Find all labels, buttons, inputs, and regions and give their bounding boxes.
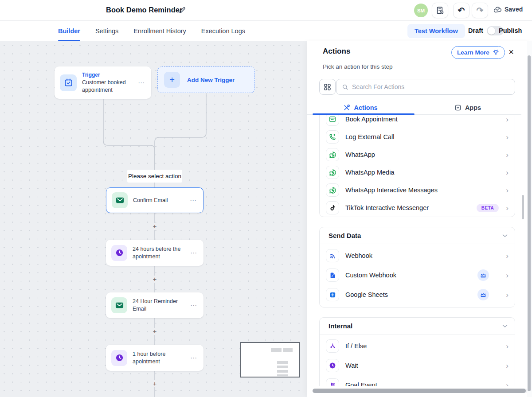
action-row-custom-webhook[interactable]: Custom Webhook › [320,265,515,285]
internal-section-header[interactable]: Internal [320,318,515,335]
chevron-right-icon: › [499,272,509,279]
chevron-right-icon: › [499,362,509,370]
trigger-kicker: Trigger [82,71,136,78]
add-step-button[interactable]: + [151,380,158,387]
action-row-tiktok-interactive-messenger[interactable]: TikTok Interactive Messenger BETA › [320,199,515,217]
premium-crown-icon [477,289,489,300]
workflow-canvas[interactable]: Trigger Customer booked appointment ⋯ + … [0,41,307,397]
add-step-button[interactable]: + [151,223,158,230]
revision-history-button[interactable] [432,3,448,18]
browse-categories-button[interactable] [319,79,336,95]
chevron-right-icon: › [499,169,509,176]
avatar[interactable]: SM [414,4,428,17]
add-step-button[interactable]: + [151,276,158,283]
add-step-button[interactable]: + [151,328,158,335]
select-action-hint: Please select action [127,170,182,183]
node-menu-icon[interactable]: ⋯ [188,354,199,362]
action-row-whatsapp-interactive[interactable]: WhatsApp Interactive Messages › [320,181,515,199]
draft-label: Draft [468,27,483,34]
minimap-node [277,366,288,368]
redo-icon: ↷ [477,5,484,16]
learn-more-button[interactable]: Learn More [451,46,505,59]
document-history-icon [436,6,444,15]
phone-plus-icon [326,130,339,144]
action-row-google-sheets[interactable]: Google Sheets › [320,285,515,304]
tab-actions[interactable]: Actions [307,101,414,114]
tab-apps[interactable]: Apps [414,101,521,114]
internal-card: Internal [319,317,515,386]
tab-enrollment-history[interactable]: Enrollment History [133,21,186,41]
undo-icon: ↶ [458,5,465,16]
send-data-section-header[interactable]: Send Data [320,227,515,244]
chevron-right-icon: › [499,187,509,194]
search-actions-box [336,79,515,95]
chevron-down-icon [502,324,508,328]
action-row-goal-event[interactable]: Goal Event › [320,375,515,386]
chevron-right-icon: › [499,291,509,299]
minimap-node [283,348,293,352]
actions-list: Book Appointment › Log External Call › [319,115,515,386]
action-node-label: 24 Hour Reminder Email [133,298,188,313]
email-icon [111,297,127,313]
panel-subtitle: Pick an action for this step [323,63,393,70]
tab-settings[interactable]: Settings [95,21,118,41]
action-node-wait-1h[interactable]: 1 hour before apointment ⋯ [106,345,203,371]
clock-icon [111,245,127,261]
close-panel-icon[interactable]: × [505,46,517,58]
edit-title-icon[interactable] [178,6,186,14]
canvas-minimap[interactable] [240,342,300,378]
tab-execution-logs[interactable]: Execution Logs [201,21,245,41]
toggle-knob [488,27,495,35]
send-data-card: Send Data [319,227,515,307]
action-row-wait[interactable]: Wait › [320,356,515,375]
undo-button[interactable]: ↶ [453,3,469,18]
action-row-whatsapp-media[interactable]: WhatsApp Media › [320,163,515,181]
save-status: Saved [493,6,523,13]
clock-icon [326,359,339,372]
whatsapp-icon [326,148,339,161]
vertical-scrollbar-thumb[interactable] [528,55,531,391]
action-node-confirm-email[interactable]: Confirm Email ⋯ [106,187,203,213]
node-menu-icon[interactable]: ⋯ [188,301,199,309]
trigger-node[interactable]: Trigger Customer booked appointment ⋯ [55,66,151,99]
tab-builder[interactable]: Builder [58,21,80,41]
panel-tabs: Actions Apps [307,101,521,115]
chevron-right-icon: › [499,204,509,212]
search-input[interactable] [352,83,509,90]
action-node-label: Confirm Email [133,197,188,204]
node-menu-icon[interactable]: ⋯ [188,249,199,257]
node-menu-icon[interactable]: ⋯ [188,196,199,204]
workflow-builder-app: Book Demo Reminder SM ↶ ↷ [0,0,532,397]
minimap-node [277,370,288,373]
apps-icon [454,104,462,111]
workflow-tabs: Builder Settings Enrollment History Exec… [58,21,245,41]
add-new-trigger-button[interactable]: + Add New Trigger [157,66,255,93]
action-node-24h-reminder-email[interactable]: 24 Hour Reminder Email ⋯ [106,292,203,318]
test-workflow-button[interactable]: Test Workflow [407,24,465,38]
add-new-trigger-label: Add New Trigger [187,77,235,83]
google-sheets-icon [326,288,339,301]
trigger-node-menu-icon[interactable]: ⋯ [136,79,147,87]
redo-button[interactable]: ↷ [472,3,488,18]
action-node-wait-24h[interactable]: 24 hours before the apointment ⋯ [106,240,203,266]
webhook-rss-icon [326,249,339,262]
action-row-book-appointment[interactable]: Book Appointment › [320,115,515,128]
communication-actions-card: Book Appointment › Log External Call › [319,115,515,217]
horizontal-scrollbar[interactable] [313,389,528,393]
custom-webhook-icon [326,269,339,282]
action-row-if-else[interactable]: If / Else › [320,336,515,356]
plus-icon: + [164,72,180,88]
action-row-webhook[interactable]: Webhook › [320,246,515,265]
minimap-node [277,361,288,364]
clock-icon [111,350,127,366]
action-row-log-external-call[interactable]: Log External Call › [320,128,515,146]
list-scrollbar-thumb[interactable] [522,195,524,219]
category-grid-icon [324,83,331,91]
header: Book Demo Reminder SM ↶ ↷ [0,0,532,21]
action-row-whatsapp[interactable]: WhatsApp › [320,146,515,163]
chevron-right-icon: › [499,133,509,141]
trigger-node-label: Customer booked appointment [82,79,136,94]
goal-flag-icon [326,378,339,386]
horizontal-scrollbar-thumb[interactable] [313,389,526,393]
action-node-label: 24 hours before the apointment [133,245,188,261]
